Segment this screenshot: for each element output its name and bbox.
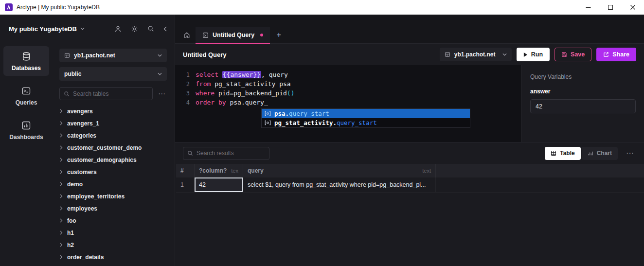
chart-icon: [588, 150, 593, 156]
workspace-switcher[interactable]: My public YugabyteDB: [9, 25, 85, 33]
table-cell[interactable]: select $1, query from pg_stat_activity w…: [243, 177, 436, 192]
table-item-customer_demographics[interactable]: customer_demographics: [60, 154, 167, 166]
table-search-input[interactable]: [73, 90, 148, 97]
autocomplete-item-name: pg_stat_activity.: [274, 119, 337, 126]
column-type: tex: [231, 168, 238, 174]
autocomplete-item[interactable]: psa.query_start: [262, 109, 470, 118]
variable-name: answer: [530, 88, 636, 95]
schema-name: public: [64, 71, 81, 77]
chevron-right-icon: [60, 133, 63, 138]
table-item-h2[interactable]: h2: [60, 239, 167, 251]
line-number: 3: [175, 90, 190, 97]
gear-icon[interactable]: [131, 25, 138, 33]
tab-home[interactable]: [178, 27, 196, 43]
results-search-input[interactable]: [197, 150, 265, 157]
sql-editor[interactable]: 1select {{answer}}, query2from pg_stat_a…: [175, 65, 521, 142]
sidebar-item-dashboards[interactable]: Dashboards: [3, 115, 49, 145]
share-button[interactable]: Share: [596, 48, 636, 61]
table-item-avengers_1[interactable]: avengers_1: [60, 117, 167, 129]
new-tab-button[interactable]: +: [270, 27, 287, 43]
table-item-label: avengers_1: [67, 120, 99, 127]
table-item-label: employees: [67, 205, 97, 212]
close-button[interactable]: [622, 0, 644, 15]
app-window: Arctype | My public YugabyteDB My public…: [0, 0, 644, 266]
line-number: 4: [175, 99, 190, 106]
row-index-cell[interactable]: 1: [176, 177, 195, 192]
chevron-down-icon: [80, 27, 85, 30]
table-view-button[interactable]: Table: [545, 147, 580, 160]
query-connection-name: yb1.pachot.net: [454, 51, 496, 58]
line-number: 2: [175, 81, 190, 88]
tab-untitled-query[interactable]: Untitled Query: [196, 27, 270, 44]
table-grid-icon: [64, 53, 70, 58]
table-search-row: ⋯: [59, 87, 167, 100]
titlebar-left: Arctype | My public YugabyteDB: [0, 3, 100, 11]
column-type: text: [422, 168, 431, 174]
search-icon[interactable]: [147, 25, 154, 32]
line-number: 1: [175, 71, 190, 78]
results-search-box[interactable]: [183, 147, 269, 160]
autocomplete-popup: psa.query_startpg_stat_activity.query_st…: [261, 108, 470, 128]
minimize-button[interactable]: [577, 0, 599, 15]
code-lines: 1select {{answer}}, query2from pg_stat_a…: [175, 70, 521, 107]
table-list-more-button[interactable]: ⋯: [157, 90, 167, 97]
sidebar: My public YugabyteDB: [0, 15, 175, 266]
column-header-query[interactable]: querytext: [243, 164, 436, 177]
table-item-categories[interactable]: categories: [60, 129, 167, 142]
autocomplete-item[interactable]: pg_stat_activity.query_start: [262, 118, 470, 127]
chevron-right-icon: [60, 231, 63, 235]
table-item-order_details[interactable]: order_details: [60, 251, 167, 263]
sidebar-item-queries[interactable]: Queries: [3, 81, 49, 110]
connection-name: yb1.pachot.net: [74, 52, 115, 59]
code-line-1: 1select {{answer}}, query: [175, 70, 521, 79]
nav-label-databases: Databases: [12, 65, 41, 71]
table-item-avengers[interactable]: avengers: [60, 105, 167, 117]
workspace-name: My public YugabyteDB: [9, 25, 77, 33]
main-area: Untitled Query + Untitled Query yb1.pach…: [175, 15, 644, 266]
chevron-right-icon: [60, 109, 63, 113]
table-search-box[interactable]: [59, 87, 153, 100]
table-item-h1[interactable]: h1: [60, 227, 167, 239]
save-button[interactable]: Save: [555, 48, 591, 61]
sidebar-item-databases[interactable]: Databases: [3, 46, 49, 76]
chevron-down-icon: [158, 54, 162, 57]
code-line-3: 3where pid=pg_backend_pid(): [175, 89, 521, 98]
table-item-employee_territories[interactable]: employee_territories: [60, 190, 167, 202]
window-controls: [577, 0, 644, 15]
table-item-label: customer_demographics: [67, 157, 137, 163]
column-header-?column?[interactable]: ?column?tex: [195, 164, 243, 177]
schema-select[interactable]: public: [59, 67, 167, 81]
query-title: Untitled Query: [183, 51, 227, 58]
table-cell[interactable]: 42: [195, 177, 243, 192]
run-button[interactable]: Run: [517, 48, 550, 61]
share-icon: [603, 52, 609, 57]
collapse-sidebar-icon[interactable]: [163, 26, 167, 32]
dashboards-icon: [21, 121, 31, 130]
user-icon[interactable]: [114, 25, 122, 33]
results-table: #?column?texquerytext 142select $1, quer…: [176, 164, 644, 193]
chart-view-button[interactable]: Chart: [582, 147, 618, 160]
table-item-customers[interactable]: customers: [60, 166, 167, 178]
table-row: 142select $1, query from pg_stat_activit…: [176, 177, 644, 193]
query-connection-select[interactable]: yb1.pachot.net: [440, 48, 512, 61]
chevron-right-icon: [60, 121, 63, 125]
table-item-label: demo: [67, 181, 83, 188]
query-variables-title: Query Variables: [530, 73, 636, 80]
table-item-label: employee_territories: [67, 193, 125, 200]
chevron-right-icon: [60, 255, 63, 259]
table-item-foo[interactable]: foo: [60, 214, 167, 227]
maximize-button[interactable]: [599, 0, 622, 15]
table-grid-icon: [551, 150, 556, 156]
table-item-label: h1: [67, 230, 74, 236]
titlebar: Arctype | My public YugabyteDB: [0, 0, 644, 15]
connection-select[interactable]: yb1.pachot.net: [59, 49, 167, 62]
table-item-employees[interactable]: employees: [60, 202, 167, 214]
table-item-customer_customer_demo[interactable]: customer_customer_demo: [60, 142, 167, 154]
column-header-index[interactable]: #: [176, 164, 195, 177]
nav-label-queries: Queries: [16, 99, 37, 106]
chevron-right-icon: [60, 206, 63, 211]
results-table-header: #?column?texquerytext: [176, 164, 644, 177]
table-item-demo[interactable]: demo: [60, 178, 167, 190]
variable-answer-input[interactable]: [530, 99, 636, 113]
results-more-button[interactable]: ⋯: [625, 149, 635, 157]
